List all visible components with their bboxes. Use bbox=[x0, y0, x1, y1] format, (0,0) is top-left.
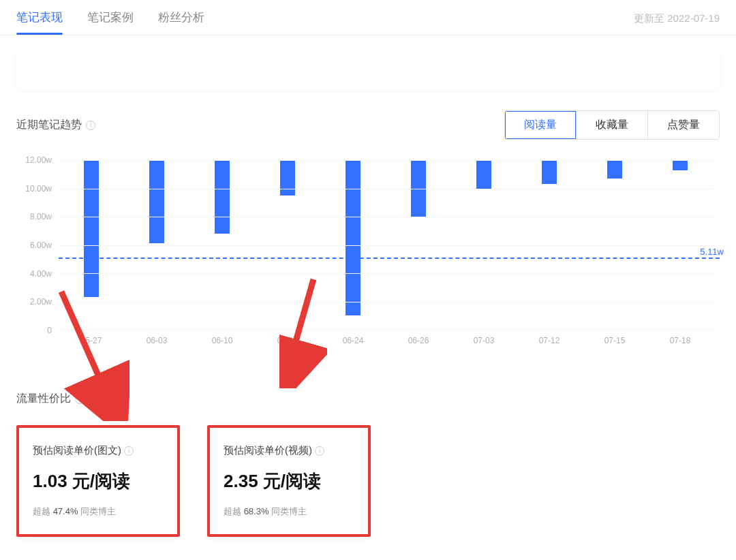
tab-fans-analysis[interactable]: 粉丝分析 bbox=[158, 10, 204, 35]
x-tick: 07-12 bbox=[517, 330, 582, 351]
card-title: 预估阅读单价(图文) i bbox=[33, 444, 164, 457]
info-icon[interactable]: i bbox=[315, 446, 324, 456]
bar[interactable] bbox=[476, 160, 491, 189]
card-value: 1.03 元/阅读 bbox=[33, 469, 164, 493]
metric-like[interactable]: 点赞量 bbox=[647, 111, 719, 139]
card-subtext: 超越 68.3% 同类博主 bbox=[224, 505, 354, 518]
card-title-text: 预估阅读单价(视频) bbox=[224, 444, 312, 457]
x-tick: 07-18 bbox=[647, 330, 713, 351]
metric-read[interactable]: 阅读量 bbox=[505, 111, 576, 139]
value-section-title: 流量性价比 i bbox=[16, 392, 720, 406]
x-tick: 06-03 bbox=[124, 330, 189, 351]
price-cards-row: 预估阅读单价(图文) i 1.03 元/阅读 超越 47.4% 同类博主 预估阅… bbox=[16, 425, 720, 537]
card-sub-prefix: 超越 bbox=[224, 506, 244, 516]
summary-card-placeholder bbox=[16, 49, 720, 90]
x-tick: 06-10 bbox=[189, 330, 255, 351]
price-card-video: 预估阅读单价(视频) i 2.35 元/阅读 超越 68.3% 同类博主 bbox=[207, 425, 371, 537]
card-value: 2.35 元/阅读 bbox=[224, 469, 354, 493]
tab-notes-performance[interactable]: 笔记表现 bbox=[16, 10, 63, 35]
card-title-text: 预估阅读单价(图文) bbox=[33, 444, 121, 457]
price-card-image-text: 预估阅读单价(图文) i 1.03 元/阅读 超越 47.4% 同类博主 bbox=[16, 425, 180, 537]
bar[interactable] bbox=[346, 160, 361, 315]
card-sub-suffix: 同类博主 bbox=[78, 506, 117, 516]
update-date: 更新至 2022-07-19 bbox=[634, 10, 720, 25]
bar[interactable] bbox=[542, 160, 557, 184]
card-sub-pct: 68.3% bbox=[244, 506, 269, 516]
bar[interactable] bbox=[607, 160, 622, 178]
bar[interactable] bbox=[149, 160, 164, 243]
avg-label: 5.11w bbox=[700, 247, 724, 257]
card-sub-prefix: 超越 bbox=[33, 506, 53, 516]
bar-chart: 12.00w10.00w8.00w6.00w4.00w2.00w0 5.11w … bbox=[16, 160, 720, 351]
bar[interactable] bbox=[84, 160, 99, 297]
trend-section-title: 近期笔记趋势 i bbox=[16, 118, 95, 132]
x-tick: 06-24 bbox=[320, 330, 386, 351]
x-tick: 05-27 bbox=[59, 330, 124, 351]
bar[interactable] bbox=[280, 160, 295, 196]
info-icon[interactable]: i bbox=[75, 394, 85, 404]
x-tick: 06-17 bbox=[255, 330, 320, 351]
info-icon[interactable]: i bbox=[124, 446, 134, 456]
content: 近期笔记趋势 i 阅读量 收藏量 点赞量 12.00w10.00w8.00w6.… bbox=[0, 35, 736, 537]
tabs: 笔记表现 笔记案例 粉丝分析 bbox=[16, 10, 204, 35]
metric-collect[interactable]: 收藏量 bbox=[576, 111, 647, 139]
card-subtext: 超越 47.4% 同类博主 bbox=[33, 505, 164, 518]
info-icon[interactable]: i bbox=[86, 121, 95, 130]
card-sub-pct: 47.4% bbox=[53, 506, 78, 516]
card-title: 预估阅读单价(视频) i bbox=[224, 444, 354, 457]
metric-toggle-group: 阅读量 收藏量 点赞量 bbox=[504, 110, 720, 140]
bar[interactable] bbox=[673, 160, 688, 170]
bar[interactable] bbox=[215, 160, 230, 234]
tab-notes-cases[interactable]: 笔记案例 bbox=[87, 10, 134, 35]
x-tick: 07-03 bbox=[451, 330, 517, 351]
value-title-text: 流量性价比 bbox=[16, 392, 71, 406]
x-tick: 06-26 bbox=[386, 330, 451, 351]
card-sub-suffix: 同类博主 bbox=[269, 506, 307, 516]
top-bar: 笔记表现 笔记案例 粉丝分析 更新至 2022-07-19 bbox=[0, 0, 736, 35]
x-tick: 07-15 bbox=[582, 330, 647, 351]
trend-title-text: 近期笔记趋势 bbox=[16, 118, 82, 132]
x-axis: 05-2706-0306-1006-1706-2406-2607-0307-12… bbox=[59, 330, 713, 351]
avg-line: 5.11w bbox=[59, 258, 720, 259]
trend-section-header: 近期笔记趋势 i 阅读量 收藏量 点赞量 bbox=[16, 110, 720, 140]
y-axis: 12.00w10.00w8.00w6.00w4.00w2.00w0 bbox=[16, 160, 57, 330]
plot-area: 5.11w bbox=[59, 160, 713, 330]
